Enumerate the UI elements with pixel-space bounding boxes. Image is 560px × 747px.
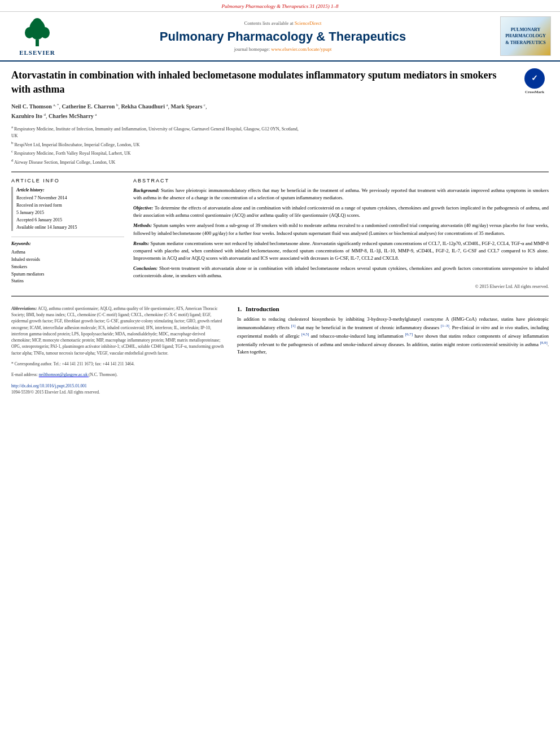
doi-link[interactable]: http://dx.doi.org/10.1016/j.pupt.2015.01… <box>11 383 87 388</box>
svg-rect-0 <box>36 40 39 46</box>
abstract-results: Results: Sputum mediator concentrations … <box>133 240 549 263</box>
abstract-methods: Methods: Sputum samples were analysed fr… <box>133 222 549 237</box>
abbreviations-block: Abbreviations: ACQ, asthma control quest… <box>11 305 226 356</box>
article-body: ARTICLE INFO Article history: Received 7… <box>11 178 549 290</box>
intro-title: Introduction <box>246 305 279 312</box>
journal-logo-right: PULMONARYPHARMACOLOGY& THERAPEUTICS <box>500 16 551 56</box>
keyword-sputum-mediators: Sputum mediators <box>11 271 124 278</box>
paper-title: Atorvastatin in combination with inhaled… <box>11 68 549 97</box>
top-bar: Pulmonary Pharmacology & Therapeutics 31… <box>0 0 560 12</box>
introduction-column: 1. Introduction In addition to reducing … <box>237 305 549 395</box>
background-text: Statins have pleiotropic immunomodulator… <box>133 187 549 200</box>
article-info-header: ARTICLE INFO <box>11 178 124 184</box>
abbreviations-label: Abbreviations: <box>11 306 37 311</box>
authors-line: Neil C. Thomson a, *, Catherine E. Charr… <box>11 102 549 121</box>
email-note: (N.C. Thomson). <box>89 372 117 377</box>
logo-left: ELSEVIER <box>9 17 65 56</box>
keyword-asthma: Asthma <box>11 249 124 256</box>
elsevier-logo: ELSEVIER <box>19 17 55 56</box>
journal-homepage-link[interactable]: www.elsevier.com/locate/ypupt <box>271 46 331 52</box>
intro-text: In addition to reducing cholesterol bios… <box>237 316 549 356</box>
email-address: neilthomson@glasgow.ac.uk <box>39 372 88 377</box>
corresponding-author: * Corresponding author. Tel.: +44 141 21… <box>11 361 226 367</box>
doi-line: http://dx.doi.org/10.1016/j.pupt.2015.01… <box>11 382 226 388</box>
crossmark-badge: ✓ CrossMark <box>520 68 549 95</box>
footnotes-column: Abbreviations: ACQ, asthma control quest… <box>11 305 226 395</box>
abbreviations-text: ACQ, asthma control questionnaire; AQLQ,… <box>11 306 224 356</box>
results-label: Results: <box>133 241 149 246</box>
journal-logo-box: PULMONARYPHARMACOLOGY& THERAPEUTICS <box>500 16 551 56</box>
elsevier-wordmark: ELSEVIER <box>19 49 55 56</box>
ref-6-7[interactable]: [6,7] <box>405 332 413 337</box>
crossmark-label: CrossMark <box>520 90 549 95</box>
keyword-smokers: Smokers <box>11 264 124 271</box>
background-label: Background: <box>133 187 159 193</box>
objective-label: Objective: <box>133 205 153 211</box>
abstract-header: ABSTRACT <box>133 178 549 184</box>
issn-line: 1094-5539/© 2015 Elsevier Ltd. All right… <box>11 390 226 395</box>
abstract-column: ABSTRACT Background: Statins have pleiot… <box>133 178 549 290</box>
received-date: Received 7 November 2014 <box>16 195 67 200</box>
received-revised-label: Received in revised form <box>16 203 62 208</box>
email-label: E-mail address: <box>11 372 38 377</box>
sciencedirect-link[interactable]: ScienceDirect <box>295 20 322 26</box>
ref-1[interactable]: [1] <box>291 324 295 328</box>
conclusion-label: Conclusion: <box>133 265 158 271</box>
journal-title-main: Pulmonary Pharmacology & Therapeutics <box>71 29 495 44</box>
intro-number: 1. <box>237 305 242 312</box>
results-text: Sputum mediator concentrations were not … <box>133 241 549 261</box>
section-divider <box>11 172 549 172</box>
journal-header: ELSEVIER Contents lists available at Sci… <box>0 12 560 62</box>
main-content: Atorvastatin in combination with inhaled… <box>0 62 560 401</box>
ref-1-3[interactable]: [1–3] <box>441 324 449 328</box>
keywords-label: Keywords: <box>11 241 124 248</box>
ref-4-5[interactable]: [4,5] <box>301 332 309 337</box>
crossmark-icon: ✓ <box>524 68 545 89</box>
journal-center-header: Contents lists available at ScienceDirec… <box>65 20 500 52</box>
abstract-objective: Objective: To determine the effects of a… <box>133 204 549 219</box>
email-block: E-mail address: neilthomson@glasgow.ac.u… <box>11 372 226 378</box>
keyword-inhaled-steroids: Inhaled steroids <box>11 256 124 264</box>
svg-point-4 <box>33 18 42 27</box>
svg-point-2 <box>25 27 34 38</box>
keyword-statins: Statins <box>11 278 124 285</box>
abstract-text: Background: Statins have pleiotropic imm… <box>133 187 549 290</box>
footnotes-section: Abbreviations: ACQ, asthma control quest… <box>11 296 549 395</box>
affiliations: a Respiratory Medicine, Institute of Inf… <box>11 124 549 166</box>
methods-text: Sputum samples were analysed from a sub-… <box>133 222 549 235</box>
contents-available: Contents lists available at ScienceDirec… <box>71 20 495 26</box>
accepted-date: Accepted 6 January 2015 <box>16 217 62 222</box>
received-revised-date: 5 January 2015 <box>16 210 44 215</box>
article-info-column: ARTICLE INFO Article history: Received 7… <box>11 178 124 290</box>
keywords-section: Keywords: Asthma Inhaled steroids Smoker… <box>11 241 124 285</box>
affiliation-b: b RespiVert Ltd, Imperial BioIncubator, … <box>11 140 549 148</box>
intro-paragraph-1: In addition to reducing cholesterol bios… <box>237 316 549 356</box>
elsevier-tree-icon <box>20 17 54 48</box>
introduction-header: 1. Introduction <box>237 305 549 312</box>
affiliation-a: a Respiratory Medicine, Institute of Inf… <box>11 124 549 139</box>
objective-text: To determine the effects of atorvastatin… <box>133 205 549 218</box>
abstract-conclusion: Conclusion: Short-term treatment with at… <box>133 265 549 279</box>
bottom-two-col: Abbreviations: ACQ, asthma control quest… <box>11 305 549 395</box>
article-history: Article history: Received 7 November 201… <box>16 187 124 231</box>
keywords-divider <box>11 237 124 237</box>
copyright-line: © 2015 Elsevier Ltd. All rights reserved… <box>133 283 549 290</box>
methods-label: Methods: <box>133 222 152 228</box>
email-link[interactable]: neilthomson@glasgow.ac.uk <box>39 372 89 377</box>
svg-point-3 <box>41 27 50 38</box>
available-online-date: Available online 14 January 2015 <box>16 225 77 230</box>
history-label: Article history: <box>16 187 124 194</box>
affiliation-d: d Airway Disease Section, Imperial Colle… <box>11 158 549 166</box>
affiliation-c: c Respiratory Medicine, Forth Valley Roy… <box>11 148 549 157</box>
abstract-background: Background: Statins have pleiotropic imm… <box>133 187 549 202</box>
conclusion-text: Short-term treatment with atorvastatin a… <box>133 265 549 278</box>
article-history-block: Article history: Received 7 November 201… <box>11 187 124 231</box>
journal-homepage: journal homepage: www.elsevier.com/locat… <box>71 46 495 52</box>
corresponding-author-text: * Corresponding author. Tel.: +44 141 21… <box>11 361 134 366</box>
journal-citation: Pulmonary Pharmacology & Therapeutics 31… <box>222 3 339 9</box>
ref-8-9[interactable]: [8,9] <box>540 340 547 345</box>
